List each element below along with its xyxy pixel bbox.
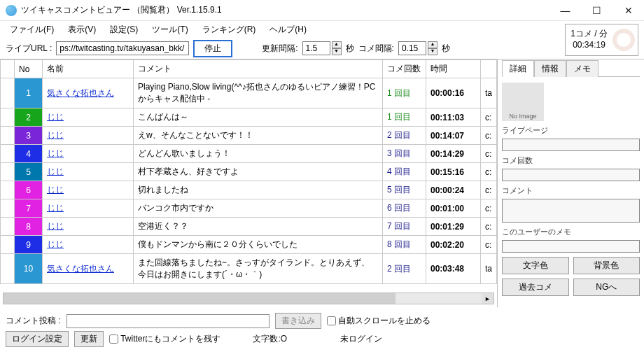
table-row[interactable]: 3じじえw、そんなことないです！！2 回目00:14:07c:	[1, 127, 497, 145]
table-row[interactable]: 4じじどんどん歌いましょう！3 回目00:14:29c:	[1, 145, 497, 163]
menu-item[interactable]: ヘルプ(H)	[262, 22, 314, 37]
comment-table: No 名前 コメント コメ回数 時間 1気さくな拓也さんPlaying Pian…	[0, 59, 497, 284]
user-link[interactable]: 気さくな拓也さん	[47, 88, 114, 98]
user-link[interactable]: 気さくな拓也さん	[47, 264, 114, 274]
live-url-input[interactable]	[56, 41, 189, 55]
ext-cell: c:	[480, 108, 496, 127]
user-link[interactable]: じじ	[47, 167, 64, 176]
ext-cell: c:	[480, 181, 496, 199]
time-cell: 00:01:29	[426, 218, 480, 236]
menu-item[interactable]: 設定(S)	[103, 22, 145, 37]
menu-item[interactable]: ファイル(F)	[3, 22, 61, 37]
user-link[interactable]: じじ	[47, 112, 64, 122]
cm-spinner[interactable]: ▲▼	[428, 41, 438, 55]
avatar	[612, 29, 635, 51]
livepage-field[interactable]	[502, 139, 640, 151]
count-cell: 2 回目	[382, 127, 426, 145]
count-label: コメ回数	[502, 155, 640, 166]
close-button[interactable]: ✕	[612, 0, 644, 21]
menu-item[interactable]: ランキング(R)	[195, 22, 263, 37]
table-row[interactable]: 2じじこんばんは～1 回目00:11:03c:	[1, 108, 497, 127]
col-ext[interactable]	[480, 60, 496, 78]
user-link[interactable]: じじ	[47, 185, 64, 195]
post-input[interactable]	[66, 314, 270, 328]
update-interval-input[interactable]	[302, 41, 330, 55]
count-cell: 3 回目	[382, 145, 426, 163]
stop-button[interactable]: 停止	[193, 40, 232, 57]
ext-cell: c:	[480, 236, 496, 254]
user-link[interactable]: じじ	[47, 148, 64, 158]
count-field[interactable]	[502, 169, 640, 181]
interval-spinner[interactable]: ▲▼	[332, 41, 342, 55]
side-tab[interactable]: 詳細	[502, 60, 534, 77]
col-name[interactable]: 名前	[43, 60, 134, 78]
fg-color-button[interactable]: 文字色	[502, 257, 569, 274]
app-icon	[6, 5, 17, 16]
elapsed-time: 00:34:19	[568, 40, 610, 51]
url-label: ライブURL :	[6, 43, 52, 55]
col-blank[interactable]	[1, 60, 15, 78]
side-tab[interactable]: メモ	[566, 60, 598, 77]
write-button[interactable]: 書き込み	[275, 313, 321, 329]
count-cell: 7 回目	[382, 218, 426, 236]
time-cell: 00:01:00	[426, 199, 480, 218]
count-cell: 8 回目	[382, 236, 426, 254]
menu-item[interactable]: 表示(V)	[61, 22, 103, 37]
sec-label-1: 秒	[346, 43, 354, 55]
titlebar: ツイキャスコメントビュアー （閲覧君） Ver.1.15.9.1 — ☐ ✕	[0, 0, 644, 21]
scroll-thumb[interactable]	[4, 293, 396, 304]
login-settings-button[interactable]: ログイン設定	[6, 331, 69, 347]
col-count[interactable]: コメ回数	[382, 60, 426, 78]
ng-button[interactable]: NGへ	[573, 279, 640, 296]
table-row[interactable]: 7じじバンコク市内ですか6 回目00:01:00c:	[1, 199, 497, 218]
table-row[interactable]: 8じじ空港近く？？7 回目00:01:29c:	[1, 218, 497, 236]
menu-item[interactable]: ツール(T)	[145, 22, 195, 37]
char-count: 文字数:O	[253, 333, 287, 345]
sec-label-2: 秒	[442, 43, 450, 55]
user-link[interactable]: じじ	[47, 130, 64, 140]
bg-color-button[interactable]: 背景色	[573, 257, 640, 274]
menubar: ファイル(F)表示(V)設定(S)ツール(T)ランキング(R)ヘルプ(H)	[0, 21, 644, 38]
table-row[interactable]: 6じじ切れましたね5 回目00:00:24c:	[1, 181, 497, 199]
bottom-bar: コメント投稿 : 書き込み 自動スクロールを止める ログイン設定 更新 Twit…	[0, 308, 644, 352]
login-status: 未ログイン	[340, 333, 382, 345]
user-link[interactable]: じじ	[47, 203, 64, 213]
comment-field[interactable]	[502, 199, 640, 223]
time-cell: 00:14:07	[426, 127, 480, 145]
twitter-checkbox[interactable]: Twitterにもコメントを残す	[109, 333, 220, 345]
col-comment[interactable]: コメント	[134, 60, 383, 78]
comment-rate: 1コメ / 分	[568, 29, 610, 40]
comment-cell: どんどん歌いましょう！	[134, 145, 383, 163]
autoscroll-checkbox[interactable]: 自動スクロールを止める	[327, 315, 430, 327]
maximize-button[interactable]: ☐	[581, 0, 612, 21]
url-toolbar: ライブURL : 停止 更新間隔: ▲▼ 秒 コメ間隔: ▲▼ 秒	[0, 38, 644, 59]
user-link[interactable]: じじ	[47, 221, 64, 231]
ext-cell: ta	[480, 78, 496, 108]
table-row[interactable]: 9じじ僕もドンマンから南に２０分くらいでした8 回目00:02:20c:	[1, 236, 497, 254]
comment-cell: また回線落ちましたね~。さっすがタイランド。とりあえず、今日はお開きにします(´…	[134, 254, 383, 284]
comment-cell: えw、そんなことないです！！	[134, 127, 383, 145]
ext-cell: c:	[480, 163, 496, 181]
comment-interval-input[interactable]	[398, 41, 426, 55]
minimize-button[interactable]: —	[550, 0, 581, 21]
time-cell: 00:14:29	[426, 145, 480, 163]
col-no[interactable]: No	[15, 60, 43, 78]
past-comments-button[interactable]: 過去コメ	[502, 279, 569, 296]
stats-box: 1コメ / 分 00:34:19	[565, 24, 638, 56]
user-link[interactable]: じじ	[47, 239, 64, 249]
side-panel: 詳細情報メモ No Image ライブページ コメ回数 コメント このユーザーの…	[497, 59, 644, 307]
table-row[interactable]: 1気さくな拓也さんPlaying Piano,Slow living(^^♪拓也…	[1, 78, 497, 108]
interval-label: 更新間隔:	[262, 43, 298, 55]
window-title: ツイキャスコメントビュアー （閲覧君） Ver.1.15.9.1	[21, 4, 550, 16]
table-row[interactable]: 10気さくな拓也さんまた回線落ちましたね~。さっすがタイランド。とりあえず、今日…	[1, 254, 497, 284]
count-cell: 4 回目	[382, 163, 426, 181]
count-cell: 2 回目	[382, 254, 426, 284]
memo-field[interactable]	[502, 240, 640, 253]
h-scrollbar[interactable]: ◄ ►	[3, 293, 494, 304]
livepage-label: ライブページ	[502, 125, 640, 136]
refresh-button[interactable]: 更新	[74, 331, 104, 347]
scroll-right-icon[interactable]: ►	[482, 293, 493, 304]
side-tab[interactable]: 情報	[534, 60, 566, 77]
table-row[interactable]: 5じじ村下孝蔵さん、好きですよ4 回目00:15:16c:	[1, 163, 497, 181]
col-time[interactable]: 時間	[426, 60, 480, 78]
